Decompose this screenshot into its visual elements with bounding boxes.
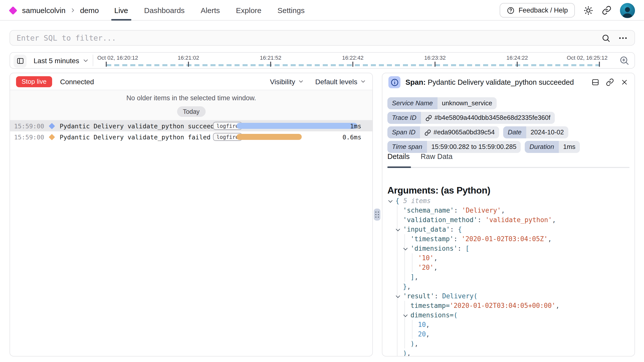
main-content: Stop live Connected Visibility Default l… [10,73,635,356]
code-line[interactable]: 'result': Delivery( [383,291,633,301]
sidebar-toggle-icon[interactable] [14,54,27,67]
span-title: Span: Pydantic Delivery validate_python … [405,78,574,86]
badge-value: #b4e5809a440dbb3458e68d2335fe360f [421,112,555,124]
sql-filter-input[interactable] [10,33,601,42]
arguments-heading: Arguments: (as Python) [387,185,490,196]
breadcrumb-org[interactable]: samuelcolvin [22,6,65,15]
trace-id-badge[interactable]: Trace ID #b4e5809a440dbb3458e68d2335fe36… [387,112,555,124]
span-detail-panel: Span: Pydantic Delivery validate_python … [382,73,635,356]
log-message: Pydantic Delivery validate_python succee… [60,122,222,130]
visibility-label: Visibility [270,77,295,85]
log-duration-bar [237,134,302,140]
badge-label: Date [503,126,526,138]
expand-chevron-icon[interactable] [388,198,393,203]
log-row[interactable]: 15:59:00 Pydantic Delivery validate_pyth… [10,120,372,131]
chevron-down-icon [298,78,304,85]
code-line[interactable]: ], [383,272,633,282]
span-title-prefix: Span: [405,78,426,86]
expand-chevron-icon[interactable] [403,246,408,250]
tick-label: 16:21:52 [260,55,281,61]
nav-tab[interactable]: Live [114,0,128,21]
breadcrumb-project[interactable]: demo [80,6,99,15]
tick-label: 16:23:32 [424,55,446,61]
share-link-icon[interactable] [602,6,611,15]
date-badge[interactable]: Date 2024-10-02 [503,126,568,138]
nav-tab[interactable]: Alerts [201,0,220,21]
timeline[interactable]: Oct 02, 16:20:12 16:21:02 16:21:52 16:22… [106,53,599,68]
link-icon [425,115,432,121]
trace-id-value: #b4e5809a440dbb3458e68d2335fe360f [435,112,551,124]
code-line[interactable]: 'validation_method': 'validate_python', [383,215,633,225]
live-panel-header: Stop live Connected Visibility Default l… [10,73,372,90]
chevron-right-icon [69,7,76,14]
tick-label: 16:24:22 [506,55,528,61]
span-title-text: Pydantic Delivery validate_python succee… [428,78,574,86]
default-levels-dropdown[interactable]: Default levels [315,77,366,85]
code-line[interactable]: 10, [383,320,633,329]
nav-tab[interactable]: Explore [236,0,262,21]
code-line[interactable]: ), [383,348,633,356]
code-line[interactable]: 'input_data': { [383,225,633,234]
badge-label: Service Name [387,97,437,109]
panel-resize-handle[interactable] [374,209,380,221]
log-row[interactable]: 15:59:00 Pydantic Delivery validate_pyth… [10,131,372,142]
code-line[interactable]: }, [383,282,633,291]
tick-mark [270,62,271,67]
theme-toggle-sun-icon[interactable] [583,5,593,15]
detail-tab[interactable]: Details [387,152,410,165]
badge-value: 1ms [559,141,580,153]
close-icon[interactable] [620,78,628,86]
badge-value: #eda9065a0bd39c54 [420,126,499,138]
dock-panel-icon[interactable] [591,78,599,86]
code-line[interactable]: 'dimensions': [ [383,244,633,253]
code-line[interactable]: '10', [383,253,633,263]
more-options-icon[interactable] [618,33,627,42]
span-id-badge[interactable]: Span ID #eda9065a0bd39c54 [387,126,499,138]
badge-label: Span ID [387,126,420,138]
detail-tab[interactable]: Raw Data [421,152,453,165]
code-line[interactable]: timestamp='2020-01-02T03:04:05+00:00', [383,301,633,310]
code-line[interactable]: ), [383,339,633,348]
expand-chevron-icon[interactable] [396,294,400,298]
visibility-dropdown[interactable]: Visibility [270,77,304,85]
stop-live-button[interactable]: Stop live [16,76,52,87]
today-badge[interactable]: Today [177,106,206,117]
code-line[interactable]: '20', [383,263,633,272]
user-avatar[interactable] [620,3,635,18]
expand-chevron-icon[interactable] [396,227,400,231]
logfire-logo-icon[interactable] [9,6,17,15]
service-name-badge[interactable]: Service Name unknown_service [387,97,497,109]
code-line[interactable]: { 5 items [383,196,633,206]
badge-value: 15:59:00.282 to 15:59:00.285 [427,141,521,153]
nav-tab[interactable]: Settings [277,0,304,21]
search-icon[interactable] [601,33,610,42]
log-level-diamond-icon [49,134,55,140]
copy-link-icon[interactable] [606,78,614,86]
duration-badge[interactable]: Duration 1ms [525,141,580,153]
log-duration: 0.6ms [343,133,361,141]
time-span-badge[interactable]: Time span 15:59:00.282 to 15:59:00.285 [387,141,521,153]
connection-status: Connected [60,77,94,85]
time-range-dropdown[interactable]: Last 5 minutes [34,53,89,68]
detail-tabs: Details Raw Data [387,152,629,168]
badge-value: 2024-10-02 [526,126,568,138]
log-duration-bar [237,123,357,129]
divider [93,55,93,66]
top-right-cluster: Feedback / Help [499,0,635,21]
sql-filter-bar [10,30,635,46]
code-line[interactable]: 'timestamp': '2020-01-02T03:04:05Z', [383,234,633,244]
link-icon [424,129,431,136]
chevron-down-icon [82,57,89,64]
code-line[interactable]: 'schema_name': 'Delivery', [383,206,633,215]
nav-tab[interactable]: Dashboards [144,0,185,21]
log-timestamp: 15:59:00 [14,122,44,130]
code-line[interactable]: dimensions=( [383,310,633,320]
time-range-bar: Last 5 minutes Oct 02, 16:20:12 16:21:02 [10,52,635,69]
tick-mark [435,62,435,67]
tick-mark [106,62,107,67]
code-line[interactable]: 20, [383,329,633,339]
feedback-help-button[interactable]: Feedback / Help [499,3,575,18]
arguments-python-tree: { 5 items 'schema_name': 'Delivery', 'va… [383,196,633,355]
zoom-in-icon[interactable] [619,55,629,66]
expand-chevron-icon[interactable] [403,313,408,317]
